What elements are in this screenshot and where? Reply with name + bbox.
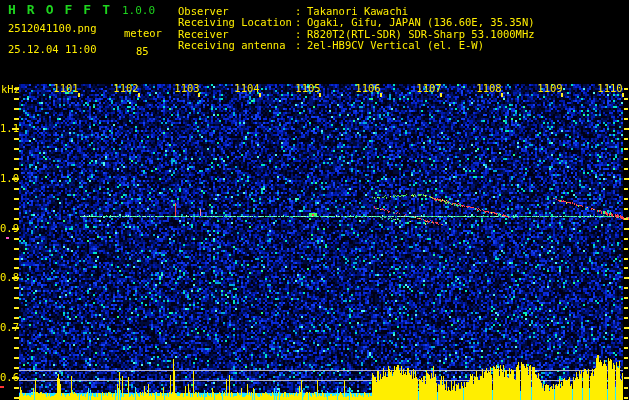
freq-tick-label: 0.6 [0, 371, 13, 383]
time-tick-label: 1102 [113, 83, 138, 94]
info-row-antenna: Receiving antenna:2el-HB9CV Vertical (el… [178, 40, 535, 51]
time-tick-label: 1105 [295, 83, 320, 94]
time-tick-label: 1107 [416, 83, 441, 94]
freq-tick-label: 0.9 [0, 222, 13, 234]
filename-label: 2512041100.png [8, 22, 97, 34]
info-label: Receiving antenna [178, 40, 295, 51]
time-tick-label: 1108 [476, 83, 501, 94]
freq-tick-label: 0.7 [0, 321, 13, 333]
y-axis-unit-label: kHz [1, 83, 20, 95]
freq-tick-label: 1.0 [0, 172, 13, 184]
info-value: 2el-HB9CV Vertical (el. E-W) [307, 40, 484, 51]
spectrogram-canvas [0, 0, 629, 400]
mode-label: meteor [124, 27, 162, 39]
hrofft-screen: HROFFT 1.0.0 2512041100.png meteor 25.12… [0, 0, 629, 400]
freq-tick-label: 1.1 [0, 122, 13, 134]
version-label: 1.0.0 [122, 5, 155, 17]
info-colon: : [295, 40, 307, 51]
datetime-label: 25.12.04 11:00 [8, 43, 97, 55]
time-tick-label: 1101 [53, 83, 78, 94]
echo-count-label: 85 [136, 45, 149, 57]
time-tick-label: 1110 [597, 83, 622, 94]
app-title: HROFFT [8, 4, 121, 16]
time-tick-label: 1109 [537, 83, 562, 94]
time-tick-label: 1104 [234, 83, 259, 94]
time-tick-label: 1103 [174, 83, 199, 94]
time-tick-label: 1106 [355, 83, 380, 94]
station-info-block: Observer:Takanori Kawachi Receiving Loca… [178, 6, 535, 52]
freq-tick-label: 0.8 [0, 271, 13, 283]
